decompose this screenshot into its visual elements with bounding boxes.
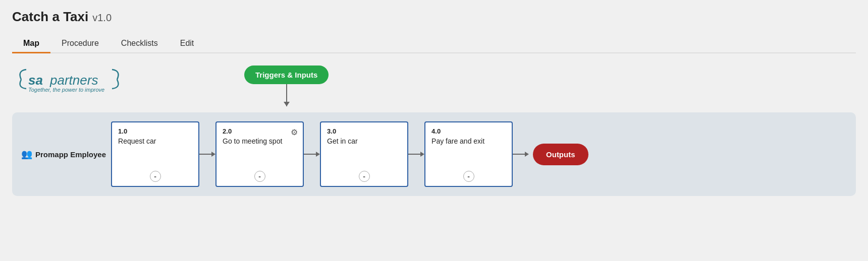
process-step-1: 1.0 Request car - bbox=[111, 121, 199, 187]
sa-partners-logo: sa partners Together, the power to impro… bbox=[12, 66, 128, 93]
tabs-container: Map Procedure Checklists Edit bbox=[12, 35, 856, 53]
tab-map[interactable]: Map bbox=[12, 35, 50, 53]
top-section: sa partners Together, the power to impro… bbox=[12, 66, 856, 106]
triggers-inputs-button[interactable]: Triggers & Inputs bbox=[244, 66, 329, 84]
process-step-4: 4.0 Pay fare and exit - bbox=[424, 121, 513, 187]
step-2-collapse-button[interactable]: - bbox=[254, 171, 265, 182]
step-4-title: Pay fare and exit bbox=[431, 137, 506, 145]
triggers-wrapper: Triggers & Inputs bbox=[244, 66, 329, 106]
step-3-collapse-button[interactable]: - bbox=[359, 171, 370, 182]
step-4-minus-area: - bbox=[431, 171, 506, 182]
flow-arrow-1 bbox=[199, 149, 215, 159]
step-3-title: Get in car bbox=[327, 137, 401, 145]
step-1-collapse-button[interactable]: - bbox=[150, 171, 161, 182]
svg-text:Together, the power to improve: Together, the power to improve bbox=[28, 87, 104, 93]
page-version: v1.0 bbox=[92, 12, 112, 24]
svg-text:partners: partners bbox=[49, 73, 98, 88]
svg-text:sa: sa bbox=[28, 73, 43, 88]
step-1-title: Request car bbox=[118, 137, 192, 145]
step-4-collapse-button[interactable]: - bbox=[463, 171, 474, 182]
step-2-minus-area: - bbox=[223, 171, 297, 182]
process-flow: 1.0 Request car - 2.0 ⚙ bbox=[111, 121, 847, 187]
step-3-minus-area: - bbox=[327, 171, 401, 182]
flow-arrow-3 bbox=[408, 149, 424, 159]
swimlane-label: 👥 Promapp Employee bbox=[21, 149, 106, 160]
people-icon: 👥 bbox=[21, 149, 32, 160]
process-step-3: 3.0 Get in car - bbox=[320, 121, 408, 187]
logo-area: sa partners Together, the power to impro… bbox=[12, 66, 128, 93]
page-title: Catch a Taxi bbox=[12, 9, 88, 25]
process-step-2: 2.0 ⚙ Go to meeting spot - bbox=[215, 121, 304, 187]
tab-procedure[interactable]: Procedure bbox=[50, 35, 110, 53]
flow-arrow-2 bbox=[304, 149, 320, 159]
gear-icon: ⚙ bbox=[291, 127, 298, 137]
step-3-number: 3.0 bbox=[327, 127, 401, 135]
step-1-minus-area: - bbox=[118, 171, 192, 182]
svg-marker-8 bbox=[420, 152, 424, 157]
tab-edit[interactable]: Edit bbox=[169, 35, 205, 53]
content-area: sa partners Together, the power to impro… bbox=[12, 53, 856, 196]
svg-marker-10 bbox=[525, 152, 529, 157]
tab-checklists[interactable]: Checklists bbox=[110, 35, 169, 53]
step-2-number: 2.0 bbox=[223, 127, 232, 135]
flow-arrow-4 bbox=[513, 149, 529, 159]
swimlane-label-text: Promapp Employee bbox=[35, 150, 106, 159]
outputs-button[interactable]: Outputs bbox=[533, 144, 588, 165]
trigger-arrow bbox=[286, 84, 287, 106]
svg-marker-6 bbox=[316, 152, 320, 157]
page-container: Catch a Taxi v1.0 Map Procedure Checklis… bbox=[0, 0, 868, 196]
step-2-title: Go to meeting spot bbox=[223, 137, 297, 145]
step-1-number: 1.0 bbox=[118, 127, 192, 135]
step-4-number: 4.0 bbox=[431, 127, 506, 135]
svg-marker-4 bbox=[211, 152, 215, 157]
swimlane-container: 👥 Promapp Employee 1.0 Request car - bbox=[12, 112, 856, 196]
